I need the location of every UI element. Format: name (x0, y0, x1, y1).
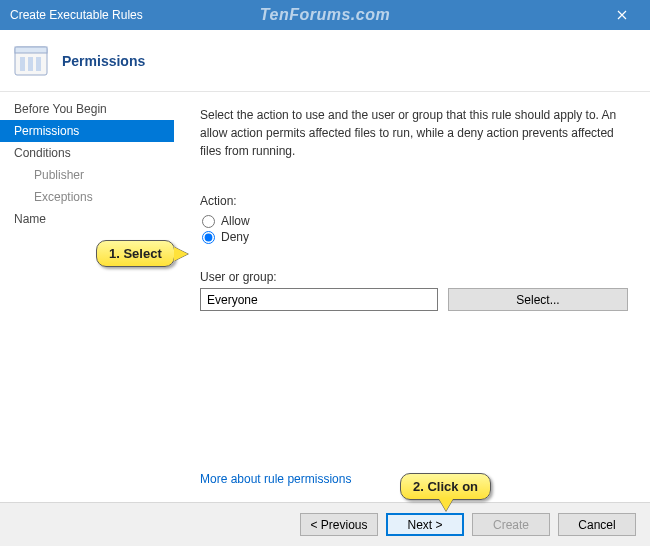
radio-deny-label: Deny (221, 230, 249, 244)
sidebar-item-name[interactable]: Name (0, 208, 174, 230)
radio-allow-input[interactable] (202, 215, 215, 228)
sidebar-item-permissions[interactable]: Permissions (0, 120, 174, 142)
radio-deny[interactable]: Deny (202, 230, 628, 244)
wizard-header: Permissions (0, 30, 650, 92)
svg-rect-1 (15, 47, 47, 53)
select-user-button[interactable]: Select... (448, 288, 628, 311)
wizard-footer: < Previous Next > Create Cancel (0, 502, 650, 546)
action-label: Action: (200, 194, 628, 208)
previous-button[interactable]: < Previous (300, 513, 378, 536)
svg-rect-4 (36, 57, 41, 71)
annotation-click-on: 2. Click on (400, 473, 491, 500)
next-button[interactable]: Next > (386, 513, 464, 536)
radio-allow[interactable]: Allow (202, 214, 628, 228)
annotation-select: 1. Select (96, 240, 175, 267)
sidebar-item-conditions[interactable]: Conditions (0, 142, 174, 164)
sidebar-item-before-you-begin[interactable]: Before You Begin (0, 98, 174, 120)
sidebar-item-publisher[interactable]: Publisher (0, 164, 174, 186)
wizard-sidebar: Before You Begin Permissions Conditions … (0, 92, 174, 502)
close-button[interactable] (602, 0, 642, 30)
user-group-field[interactable] (200, 288, 438, 311)
sidebar-item-exceptions[interactable]: Exceptions (0, 186, 174, 208)
titlebar: Create Executable Rules TenForums.com (0, 0, 650, 30)
user-group-label: User or group: (200, 270, 628, 284)
close-icon (617, 10, 627, 20)
permissions-icon (14, 45, 48, 77)
create-button: Create (472, 513, 550, 536)
description-text: Select the action to use and the user or… (200, 106, 628, 160)
svg-rect-3 (28, 57, 33, 71)
page-title: Permissions (62, 53, 145, 69)
cancel-button[interactable]: Cancel (558, 513, 636, 536)
radio-allow-label: Allow (221, 214, 250, 228)
wizard-main: Select the action to use and the user or… (174, 92, 650, 502)
radio-deny-input[interactable] (202, 231, 215, 244)
watermark: TenForums.com (260, 6, 390, 24)
window-title: Create Executable Rules (10, 8, 143, 22)
more-link[interactable]: More about rule permissions (200, 472, 351, 486)
svg-rect-2 (20, 57, 25, 71)
